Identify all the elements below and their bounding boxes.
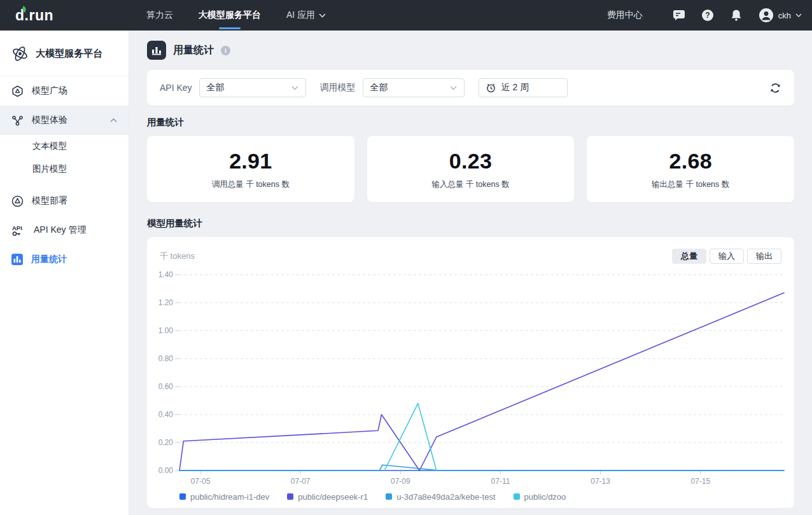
legend-item[interactable]: public/hidream-i1-dev — [179, 492, 269, 502]
toggle-total[interactable]: 总量 — [672, 249, 706, 264]
legend-swatch — [514, 493, 520, 500]
sidebar-item-label: 模型部署 — [32, 195, 67, 207]
usage-stats-icon — [11, 254, 23, 265]
model-filter-label: 调用模型 — [320, 82, 356, 93]
stat-value: 2.68 — [669, 149, 711, 174]
model-experience-icon — [11, 114, 24, 127]
sidebar-subitem-label: 文本模型 — [32, 141, 67, 152]
chevron-down-icon — [319, 13, 326, 18]
legend-item[interactable]: u-3d7a8e49da2a/kebe-test — [386, 492, 495, 502]
x-tick-label: 07-13 — [591, 477, 610, 486]
chart-header: 千 tokens 总量 输入 输出 — [147, 249, 794, 264]
clock-icon — [486, 83, 496, 93]
api-key-select[interactable]: 全部 — [199, 78, 306, 97]
series-line-public/deepseek-r1 — [179, 293, 784, 470]
sidebar-item-model-experience[interactable]: 模型体验 — [0, 106, 129, 135]
usage-stats-page-icon — [147, 41, 166, 60]
api-icon-text: API — [12, 224, 22, 231]
toggle-output[interactable]: 输出 — [747, 249, 781, 264]
sidebar-item-label: 模型广场 — [32, 85, 67, 97]
series-line-u-3d7a8e49da2a/kebe-test — [179, 465, 784, 470]
legend-item[interactable]: public/dzoo — [514, 492, 566, 502]
user-name: ckh — [778, 11, 791, 20]
refresh-icon[interactable] — [769, 82, 781, 94]
sidebar-item-api-key[interactable]: API API Key 管理 — [0, 216, 129, 245]
chevron-down-icon — [291, 86, 298, 90]
sidebar-title: 大模型服务平台 — [36, 48, 102, 60]
sidebar-subitem-image-model[interactable]: 图片模型 — [0, 158, 129, 181]
legend-label: public/dzoo — [524, 492, 566, 502]
nav-item-llm-platform[interactable]: 大模型服务平台 — [186, 0, 274, 31]
y-tick-label: 1.20 — [158, 298, 174, 307]
stat-card-output-total: 2.68 输出总量 千 tokens 数 — [587, 136, 794, 202]
model-usage-chart-card: 千 tokens 总量 输入 输出 0.000.200.400.600.801.… — [147, 237, 794, 508]
svg-text:?: ? — [705, 11, 710, 20]
info-icon[interactable]: i — [221, 46, 230, 55]
sidebar-subitem-text-model[interactable]: 文本模型 — [0, 135, 129, 158]
x-tick-label: 07-15 — [690, 477, 710, 486]
nav-item-label: AI 应用 — [286, 10, 315, 21]
x-tick-label: 07-05 — [191, 477, 211, 486]
date-range-picker[interactable]: 近 2 周 — [479, 78, 568, 97]
model-select-value: 全部 — [370, 82, 388, 93]
notification-bell-icon[interactable] — [730, 9, 743, 22]
legend-label: u-3d7a8e49da2a/kebe-test — [396, 492, 495, 502]
sidebar-item-model-square[interactable]: 模型广场 — [0, 76, 129, 106]
page-header: 用量统计 i — [147, 41, 794, 60]
main-content: 用量统计 i API Key 全部 调用模型 全部 近 2 周 — [129, 31, 812, 515]
sidebar: 大模型服务平台 模型广场 模型体验 文本模型 图片模型 模型部署 — [0, 31, 129, 515]
y-tick-label: 0.80 — [158, 354, 174, 363]
y-tick-label: 0.00 — [158, 466, 174, 475]
api-key-icon: API — [11, 224, 25, 237]
legend-swatch — [287, 493, 293, 500]
y-axis-unit-label: 千 tokens — [160, 251, 195, 262]
stat-label: 调用总量 千 tokens 数 — [212, 179, 290, 190]
top-navbar: d.run 算力云 大模型服务平台 AI 应用 费用中心 — [0, 0, 812, 31]
legend-label: public/deepseek-r1 — [298, 492, 368, 502]
legend-label: public/hidream-i1-dev — [190, 492, 269, 502]
y-tick-label: 0.20 — [158, 438, 174, 447]
stat-label: 输入总量 千 tokens 数 — [431, 179, 509, 190]
api-key-filter-label: API Key — [160, 83, 192, 93]
nav-item-label: 大模型服务平台 — [199, 10, 261, 21]
sidebar-item-usage-stats[interactable]: 用量统计 — [0, 245, 129, 274]
y-tick-label: 0.60 — [158, 382, 174, 391]
chevron-up-icon — [110, 118, 117, 123]
sidebar-item-model-deploy[interactable]: 模型部署 — [0, 186, 129, 216]
sidebar-item-label: 模型体验 — [32, 114, 67, 126]
chevron-down-icon — [450, 86, 457, 90]
stat-card-input-total: 0.23 输入总量 千 tokens 数 — [367, 136, 575, 202]
model-select[interactable]: 全部 — [363, 78, 465, 97]
primary-nav: 算力云 大模型服务平台 AI 应用 — [134, 0, 339, 31]
usage-section-title: 用量统计 — [147, 116, 794, 128]
date-range-value: 近 2 周 — [501, 82, 529, 93]
legend-swatch — [386, 493, 392, 500]
avatar — [759, 8, 774, 23]
nav-item-label: 算力云 — [146, 10, 173, 21]
model-usage-section-title: 模型用量统计 — [147, 217, 794, 230]
filter-bar: API Key 全部 调用模型 全部 近 2 周 — [147, 70, 794, 106]
nav-item-ai-apps[interactable]: AI 应用 — [274, 0, 339, 31]
model-deploy-icon — [11, 195, 24, 207]
api-key-select-value: 全部 — [207, 82, 225, 93]
stat-value: 0.23 — [449, 149, 492, 174]
brand-logo-text: d.run — [15, 7, 53, 24]
metric-toggle-group: 总量 输入 输出 — [672, 249, 781, 264]
toggle-input[interactable]: 输入 — [710, 249, 744, 264]
help-icon[interactable]: ? — [701, 9, 714, 22]
message-icon[interactable] — [673, 9, 685, 22]
user-menu[interactable]: ckh — [759, 8, 802, 23]
chevron-down-icon — [795, 13, 802, 17]
stat-card-total-calls: 2.91 调用总量 千 tokens 数 — [147, 136, 354, 202]
brand-logo[interactable]: d.run — [15, 7, 53, 24]
y-tick-label: 0.40 — [158, 410, 174, 419]
sidebar-subitem-label: 图片模型 — [32, 163, 67, 175]
x-tick-label: 07-09 — [391, 477, 410, 486]
sidebar-header: 大模型服务平台 — [0, 31, 129, 76]
usage-chart-svg: 0.000.200.400.600.801.001.201.4007-0507-… — [147, 266, 794, 490]
legend-item[interactable]: public/deepseek-r1 — [287, 492, 368, 502]
billing-center-link[interactable]: 费用中心 — [607, 10, 643, 21]
nav-item-compute-cloud[interactable]: 算力云 — [134, 0, 186, 31]
page-title: 用量统计 — [173, 44, 214, 57]
sidebar-item-label: API Key 管理 — [34, 224, 86, 236]
